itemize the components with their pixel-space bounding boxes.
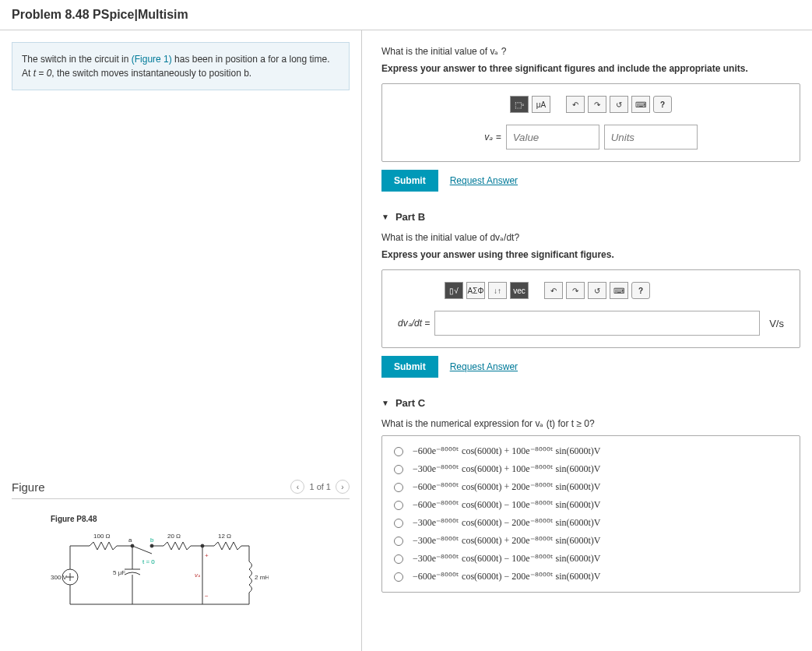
mc-radio-0[interactable]	[394, 447, 403, 456]
part-c: ▼ Part C What is the numerical expressio…	[381, 397, 800, 593]
help-button[interactable]: ?	[653, 96, 672, 113]
part-b-collapse-icon[interactable]: ▼	[381, 213, 389, 221]
mc-radio-4[interactable]	[394, 519, 403, 528]
figure-counter: 1 of 1	[309, 482, 331, 491]
part-b-answer-box: ▯√ ΑΣΦ ↓↑ vec ↶ ↷ ↺ ⌨ ? dvₐ/dt =	[381, 269, 800, 348]
mc-option[interactable]: −600e⁻⁸⁰⁰⁰ᵗ cos(6000t) + 100e⁻⁸⁰⁰⁰ᵗ sin(…	[394, 442, 788, 460]
problem-statement: The switch in the circuit in (Figure 1) …	[12, 42, 350, 90]
part-a-answer-box: ⬚▫ μA ↶ ↷ ↺ ⌨ ? vₐ =	[381, 83, 800, 162]
templates-button-b[interactable]: ▯√	[445, 282, 463, 299]
reset-button-b[interactable]: ↺	[588, 282, 606, 299]
figure-nav: ‹ 1 of 1 ›	[290, 480, 350, 494]
subscript-button[interactable]: ↓↑	[488, 282, 507, 299]
circuit-diagram: Figure P8.48	[51, 515, 350, 621]
part-b-instruction: Express your answer using three signific…	[381, 249, 800, 260]
mc-radio-7[interactable]	[394, 572, 403, 582]
part-b-units: V/s	[769, 318, 784, 329]
part-a-submit-button[interactable]: Submit	[381, 170, 438, 192]
mc-radio-3[interactable]	[394, 501, 403, 510]
svg-text:+: +	[205, 552, 209, 559]
mc-radio-6[interactable]	[394, 554, 403, 564]
help-button-b[interactable]: ?	[631, 282, 650, 299]
part-a-question: What is the initial value of vₐ ?	[381, 46, 800, 57]
part-c-options: −600e⁻⁸⁰⁰⁰ᵗ cos(6000t) + 100e⁻⁸⁰⁰⁰ᵗ sin(…	[381, 435, 800, 593]
part-a-value-input[interactable]	[506, 125, 599, 150]
svg-text:vₐ: vₐ	[195, 572, 201, 579]
keyboard-button[interactable]: ⌨	[631, 96, 650, 113]
part-c-title: Part C	[395, 397, 425, 409]
part-b-submit-button[interactable]: Submit	[381, 356, 438, 378]
figure-section: Figure ‹ 1 of 1 › Figure P8.48	[12, 480, 350, 621]
mu-a-button[interactable]: μA	[532, 96, 550, 113]
svg-text:5 μF: 5 μF	[113, 569, 125, 576]
undo-button-b[interactable]: ↶	[544, 282, 563, 299]
problem-title: Problem 8.48 PSpice|Multisim	[12, 8, 800, 22]
mc-option[interactable]: −600e⁻⁸⁰⁰⁰ᵗ cos(6000t) + 200e⁻⁸⁰⁰⁰ᵗ sin(…	[394, 478, 788, 496]
svg-text:100 Ω: 100 Ω	[93, 533, 111, 540]
prev-figure-button[interactable]: ‹	[290, 480, 304, 494]
part-c-collapse-icon[interactable]: ▼	[381, 399, 389, 407]
part-b-question: What is the initial value of dvₐ/dt?	[381, 232, 800, 243]
part-b: ▼ Part B What is the initial value of dv…	[381, 211, 800, 378]
svg-text:b: b	[150, 537, 154, 544]
right-column: What is the initial value of vₐ ? Expres…	[362, 30, 812, 651]
mc-option[interactable]: −300e⁻⁸⁰⁰⁰ᵗ cos(6000t) + 200e⁻⁸⁰⁰⁰ᵗ sin(…	[394, 532, 788, 550]
part-b-request-answer[interactable]: Request Answer	[450, 361, 518, 372]
page-header: Problem 8.48 PSpice|Multisim	[0, 0, 812, 30]
part-b-value-input[interactable]	[434, 311, 760, 336]
svg-text:20 Ω: 20 Ω	[167, 533, 181, 540]
part-a-request-answer[interactable]: Request Answer	[450, 175, 518, 186]
mc-option[interactable]: −300e⁻⁸⁰⁰⁰ᵗ cos(6000t) − 100e⁻⁸⁰⁰⁰ᵗ sin(…	[394, 550, 788, 568]
mc-radio-1[interactable]	[394, 465, 403, 474]
part-b-title: Part B	[395, 211, 425, 223]
part-b-variable: dvₐ/dt =	[398, 318, 430, 329]
part-a: What is the initial value of vₐ ? Expres…	[381, 46, 800, 192]
redo-button-b[interactable]: ↷	[566, 282, 585, 299]
mc-radio-2[interactable]	[394, 483, 403, 492]
undo-button[interactable]: ↶	[566, 96, 585, 113]
mc-radio-5[interactable]	[394, 537, 403, 546]
reset-button[interactable]: ↺	[610, 96, 628, 113]
svg-text:2 mH: 2 mH	[255, 574, 269, 581]
svg-text:−: −	[205, 593, 209, 600]
next-figure-button[interactable]: ›	[336, 480, 350, 494]
part-b-toolbar: ▯√ ΑΣΦ ↓↑ vec ↶ ↷ ↺ ⌨ ?	[445, 282, 784, 299]
redo-button[interactable]: ↷	[588, 96, 606, 113]
mc-option[interactable]: −300e⁻⁸⁰⁰⁰ᵗ cos(6000t) − 200e⁻⁸⁰⁰⁰ᵗ sin(…	[394, 514, 788, 532]
left-column: The switch in the circuit in (Figure 1) …	[0, 30, 362, 651]
mc-option[interactable]: −600e⁻⁸⁰⁰⁰ᵗ cos(6000t) − 200e⁻⁸⁰⁰⁰ᵗ sin(…	[394, 568, 788, 586]
mc-option[interactable]: −600e⁻⁸⁰⁰⁰ᵗ cos(6000t) − 100e⁻⁸⁰⁰⁰ᵗ sin(…	[394, 496, 788, 514]
mc-option[interactable]: −300e⁻⁸⁰⁰⁰ᵗ cos(6000t) + 100e⁻⁸⁰⁰⁰ᵗ sin(…	[394, 460, 788, 478]
svg-text:t = 0: t = 0	[142, 558, 155, 565]
svg-text:300 V: 300 V	[51, 574, 68, 581]
keyboard-button-b[interactable]: ⌨	[610, 282, 628, 299]
svg-text:12 Ω: 12 Ω	[218, 533, 231, 540]
part-a-toolbar: ⬚▫ μA ↶ ↷ ↺ ⌨ ?	[398, 96, 784, 113]
vec-button[interactable]: vec	[510, 282, 529, 299]
part-a-variable: vₐ =	[484, 132, 501, 143]
svg-line-8	[132, 546, 152, 554]
part-c-question: What is the numerical expression for vₐ …	[381, 418, 800, 429]
figure-title: Figure	[12, 480, 45, 494]
svg-text:a: a	[128, 537, 132, 544]
templates-button[interactable]: ⬚▫	[510, 96, 529, 113]
part-a-instruction: Express your answer to three significant…	[381, 63, 800, 74]
greek-button[interactable]: ΑΣΦ	[466, 282, 485, 299]
part-a-units-input[interactable]	[604, 125, 698, 150]
figure-link[interactable]: (Figure 1)	[132, 54, 172, 65]
